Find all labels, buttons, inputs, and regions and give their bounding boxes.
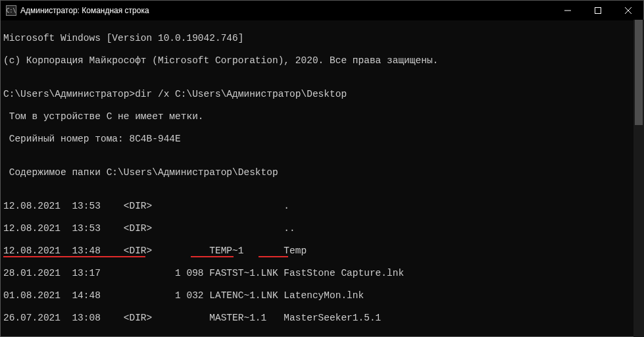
banner-line: (c) Корпорация Майкрософт (Microsoft Cor… [3, 55, 641, 66]
prompt-line: C:\Users\Администратор>dir /x C:\Users\А… [3, 89, 641, 100]
maximize-icon [595, 7, 601, 14]
dir-row-text: 12.08.2021 13:48 <DIR> TEMP~1 Temp [3, 246, 307, 256]
prompt-path: C:\Users\Администратор> [3, 89, 135, 99]
close-icon [625, 7, 632, 14]
titlebar[interactable]: C:\ Администратор: Командная строка [1, 1, 643, 20]
banner-line: Microsoft Windows [Version 10.0.19042.74… [3, 33, 641, 44]
dir-row: 12.08.2021 13:53 <DIR> . [3, 201, 641, 212]
dir-row: 04.06.2020 14:44 1 278 840 OOSU10.exe [3, 335, 641, 336]
svg-rect-1 [595, 8, 601, 14]
dir-row: 26.07.2021 13:08 <DIR> MASTER~1.1 Master… [3, 313, 641, 324]
cmd-window: C:\ Администратор: Командная строка Micr… [0, 0, 644, 337]
prompt-command: dir /x C:\Users\Администратор\Desktop [135, 89, 347, 99]
dir-row: 12.08.2021 13:53 <DIR> .. [3, 223, 641, 234]
directory-of-line: Содержимое папки C:\Users\Администратор\… [3, 167, 641, 178]
red-underline-icon [259, 256, 288, 257]
window-title: Администратор: Командная строка [20, 6, 149, 15]
close-button[interactable] [613, 1, 643, 20]
dir-row-highlighted: 12.08.2021 13:48 <DIR> TEMP~1 Temp [3, 246, 641, 257]
minimize-button[interactable] [553, 1, 583, 20]
cmd-icon: C:\ [6, 5, 16, 16]
maximize-button[interactable] [583, 1, 613, 20]
scrollbar-thumb[interactable] [635, 20, 643, 125]
red-underline-icon [3, 256, 145, 257]
vertical-scrollbar[interactable] [633, 20, 644, 337]
dir-row: 28.01.2021 13:17 1 098 FASTST~1.LNK Fast… [3, 268, 641, 279]
red-underline-icon [191, 256, 234, 257]
volume-serial-line: Серийный номер тома: 8C4B-944E [3, 134, 641, 145]
volume-label-line: Том в устройстве C не имеет метки. [3, 111, 641, 122]
terminal-output[interactable]: Microsoft Windows [Version 10.0.19042.74… [1, 20, 643, 336]
dir-row: 01.08.2021 14:48 1 032 LATENC~1.LNK Late… [3, 290, 641, 301]
minimize-icon [564, 7, 571, 14]
